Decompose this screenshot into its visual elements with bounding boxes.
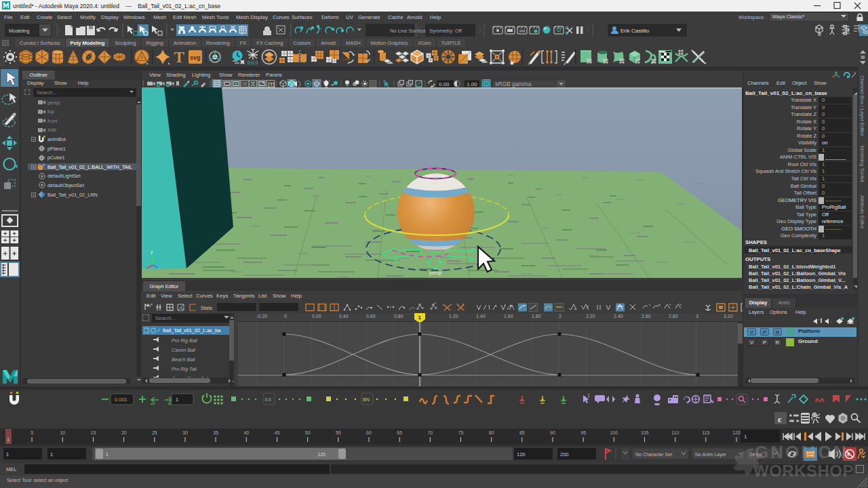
svg-text:-0.20: -0.20	[256, 314, 267, 319]
svg-text:y: y	[151, 249, 153, 255]
svg-text:80: 80	[489, 430, 494, 435]
svg-text:2.40: 2.40	[614, 314, 623, 319]
svg-text:svg: svg	[190, 54, 201, 61]
svg-text:BN: BN	[363, 397, 370, 402]
svg-text:120: 120	[317, 452, 326, 457]
svg-text:No Anim Layer: No Anim Layer	[695, 452, 727, 458]
svg-text:1.80: 1.80	[532, 314, 541, 319]
svg-text:GNOMON: GNOMON	[755, 442, 848, 462]
svg-text:1: 1	[587, 393, 590, 398]
svg-text:115: 115	[702, 430, 709, 435]
svg-text:3: 3	[696, 314, 698, 319]
svg-text:1: 1	[106, 452, 108, 457]
svg-text:[T]: [T]	[269, 81, 275, 87]
svg-text:1.60: 1.60	[504, 314, 513, 319]
svg-text:1: 1	[6, 451, 9, 458]
svg-text:55: 55	[336, 430, 341, 435]
svg-text:1: 1	[50, 451, 53, 458]
svg-text:ε: ε	[778, 414, 782, 424]
svg-text:0.001: 0.001	[115, 396, 127, 403]
svg-text:EA: EA	[265, 397, 272, 402]
svg-text:65: 65	[397, 430, 402, 435]
svg-text:persp: persp	[429, 270, 442, 276]
svg-text:45: 45	[275, 430, 280, 435]
svg-text:↑: ↑	[818, 318, 821, 322]
svg-text:25: 25	[152, 430, 157, 435]
svg-text:0.20: 0.20	[312, 314, 321, 319]
svg-text:1.40: 1.40	[476, 314, 486, 319]
svg-text:Symmetry: Off: Symmetry: Off	[429, 28, 462, 34]
svg-text:2.20: 2.20	[586, 314, 595, 319]
svg-text:120: 120	[732, 430, 741, 435]
svg-text:3.20: 3.20	[724, 314, 733, 319]
svg-text:0.60: 0.60	[366, 314, 376, 319]
svg-text:105: 105	[641, 430, 649, 435]
svg-text:0.00: 0.00	[439, 81, 450, 87]
svg-text:Modeling: Modeling	[9, 28, 29, 34]
svg-text:200: 200	[560, 451, 569, 458]
svg-text:2: 2	[559, 314, 561, 319]
svg-text:0.80: 0.80	[394, 314, 403, 319]
svg-text:75: 75	[458, 430, 464, 435]
svg-text:15: 15	[91, 430, 96, 435]
svg-text:0: 0	[284, 314, 287, 319]
svg-text:2.80: 2.80	[669, 314, 678, 319]
svg-text:WORKSHOP: WORKSHOP	[753, 462, 854, 480]
svg-text:1: 1	[7, 436, 9, 443]
svg-text:0.40: 0.40	[339, 314, 349, 319]
svg-text:50: 50	[305, 430, 311, 435]
svg-text:100: 100	[610, 430, 618, 435]
svg-text:T: T	[174, 49, 184, 66]
svg-text:95: 95	[580, 430, 586, 435]
svg-text:20: 20	[121, 430, 127, 435]
svg-text:35: 35	[213, 430, 218, 435]
svg-text:sRGB gamma: sRGB gamma	[495, 81, 532, 87]
svg-text:↓: ↓	[830, 319, 832, 323]
svg-text:110: 110	[671, 430, 679, 435]
svg-text:1: 1	[418, 314, 422, 321]
svg-text:40: 40	[243, 430, 249, 435]
svg-text:5: 5	[31, 430, 33, 435]
svg-text:Erik Castillo: Erik Castillo	[620, 28, 650, 34]
svg-text:120: 120	[517, 451, 526, 458]
svg-text:PR: PR	[519, 29, 526, 33]
svg-text:60: 60	[366, 430, 372, 435]
svg-text:10: 10	[60, 430, 65, 435]
svg-text:1.20: 1.20	[449, 314, 458, 319]
svg-text:2.60: 2.60	[642, 314, 651, 319]
svg-text:No Character Set: No Character Set	[635, 452, 672, 457]
svg-text:30: 30	[182, 430, 188, 435]
svg-text:1.00: 1.00	[467, 81, 477, 87]
svg-text:1: 1	[176, 396, 178, 403]
svg-text:90: 90	[550, 430, 555, 435]
svg-text:70: 70	[427, 430, 433, 435]
svg-text:85: 85	[519, 430, 525, 435]
svg-text:0,0,0: 0,0,0	[248, 60, 258, 65]
